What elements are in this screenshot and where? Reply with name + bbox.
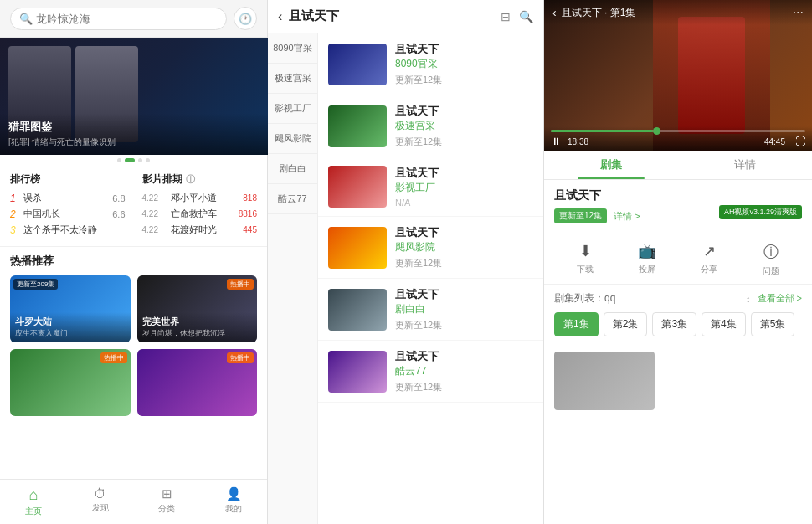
video-back-button[interactable]: ‹ bbox=[552, 6, 557, 19]
episode-btn-2[interactable]: 第2集 bbox=[604, 312, 648, 336]
sidebar-item-jufeng[interactable]: 飓风影院 bbox=[268, 124, 317, 154]
current-time: 18:38 bbox=[568, 137, 751, 146]
source-thumb-1 bbox=[328, 44, 387, 85]
share-icon: ↗ bbox=[703, 242, 716, 260]
source-item-1[interactable]: 且试天下 8090官采 更新至12集 bbox=[318, 33, 543, 95]
episode-thumb bbox=[544, 343, 812, 419]
episode-btn-1[interactable]: 第1集 bbox=[554, 312, 599, 336]
meta-detail[interactable]: 详情 > bbox=[614, 210, 640, 223]
source-item-4[interactable]: 且试天下 飓风影院 更新至12集 bbox=[318, 217, 543, 279]
rank-name-2: 中国机长 bbox=[23, 208, 109, 220]
tab-details[interactable]: 详情 bbox=[678, 151, 812, 179]
rank-item-2[interactable]: 2 中国机长 6.6 bbox=[10, 208, 126, 220]
hot-card-2[interactable]: 热播中 完美世界 岁月尚堪，休想把我沉浮！ bbox=[137, 275, 258, 342]
nav-item-discover[interactable]: ⏱ 发现 bbox=[67, 483, 134, 521]
search-input[interactable] bbox=[36, 13, 218, 25]
dot-4[interactable] bbox=[146, 158, 150, 162]
action-report[interactable]: ⓘ 问题 bbox=[740, 242, 802, 277]
hot-card-3[interactable]: 热播中 bbox=[10, 349, 131, 416]
progress-bar[interactable] bbox=[551, 130, 805, 132]
report-icon: ⓘ bbox=[763, 242, 779, 262]
episode-btn-4[interactable]: 第4集 bbox=[702, 312, 746, 336]
source-item-2[interactable]: 且试天下 极速宫采 更新至12集 bbox=[318, 95, 543, 157]
rank-score-2: 6.6 bbox=[112, 209, 125, 219]
action-download[interactable]: ⬇ 下载 bbox=[554, 242, 616, 277]
sidebar-item-kuyun[interactable]: 酷云77 bbox=[268, 184, 317, 214]
episode-see-all[interactable]: 查看全部 > bbox=[758, 292, 802, 305]
back-button[interactable]: ‹ bbox=[278, 9, 282, 24]
video-controls: ⏸ 18:38 44:45 ⛶ bbox=[544, 126, 812, 151]
action-share[interactable]: ↗ 分享 bbox=[678, 242, 740, 277]
mid-title: 且试天下 bbox=[289, 8, 494, 24]
hot-ep-1: 更新至209集 bbox=[13, 279, 58, 290]
progress-dot bbox=[653, 127, 660, 135]
filter-icon[interactable]: ⊟ bbox=[501, 10, 511, 23]
fullscreen-button[interactable]: ⛶ bbox=[795, 136, 805, 147]
hot-card-1[interactable]: 更新至209集 斗罗大陆 应生不离入魔门 bbox=[10, 275, 131, 342]
hot-card-sub-1: 应生不离入魔门 bbox=[15, 328, 126, 339]
sidebar-item-jisu[interactable]: 极速宫采 bbox=[268, 64, 317, 94]
hero-banner[interactable]: 猎罪图鉴 [犯罪] 情绪与死亡的量像识别 bbox=[0, 38, 268, 155]
source-update-4: 更新至12集 bbox=[395, 257, 533, 270]
sidebar-item-jubai[interactable]: 剧白白 bbox=[268, 154, 317, 184]
nav-item-profile[interactable]: 👤 我的 bbox=[200, 483, 267, 521]
source-name-row-2: 且试天下 bbox=[395, 104, 533, 119]
rank-num-3: 3 bbox=[10, 224, 20, 236]
play-pause-button[interactable]: ⏸ bbox=[551, 136, 561, 147]
rank-num-2: 2 bbox=[10, 208, 20, 220]
video-meta-title: 且试天下 bbox=[554, 188, 802, 203]
sidebar-item-yingshi[interactable]: 影视工厂 bbox=[268, 94, 317, 124]
source-item-5[interactable]: 且试天下 剧白白 更新至12集 bbox=[318, 279, 543, 341]
action-cast[interactable]: 📺 投屏 bbox=[616, 242, 678, 277]
middle-panel: ‹ 且试天下 ⊟ 🔍 8090官采 极速宫采 影视工厂 飓风影院 剧白白 酷云7… bbox=[268, 0, 544, 524]
source-title-2: 且试天下 bbox=[395, 104, 439, 119]
source-name-row-1: 且试天下 bbox=[395, 42, 533, 57]
video-title-bar: 且试天下 · 第1集 bbox=[562, 6, 793, 20]
info-icon[interactable]: ⓘ bbox=[186, 173, 195, 186]
action-label-report: 问题 bbox=[763, 265, 779, 277]
dot-3[interactable] bbox=[138, 158, 142, 162]
video-player[interactable]: ‹ 且试天下 · 第1集 ··· ⏸ 18:38 44:45 ⛶ bbox=[544, 0, 812, 151]
movie-date-2: 4.22 bbox=[142, 209, 167, 218]
thumb-inner-6 bbox=[328, 351, 387, 393]
mid-header: ‹ 且试天下 ⊟ 🔍 bbox=[268, 0, 543, 33]
thumb-inner-4 bbox=[328, 227, 387, 269]
hot-card-4[interactable]: 热播中 bbox=[137, 349, 258, 416]
banner-dots bbox=[0, 155, 267, 166]
rank-item-1[interactable]: 1 误杀 6.8 bbox=[10, 192, 126, 204]
hot-card-info-1: 斗罗大陆 应生不离入魔门 bbox=[10, 312, 131, 342]
source-title-3: 且试天下 bbox=[395, 166, 439, 181]
episode-btn-3[interactable]: 第3集 bbox=[652, 312, 696, 336]
mid-layout: 8090官采 极速宫采 影视工厂 飓风影院 剧白白 酷云77 且试天下 8090… bbox=[268, 33, 543, 524]
dot-2[interactable] bbox=[125, 158, 135, 162]
episode-btn-5[interactable]: 第5集 bbox=[751, 312, 795, 336]
movie-date-1: 4.22 bbox=[142, 193, 167, 203]
history-icon[interactable]: 🕐 bbox=[234, 7, 257, 30]
dot-1[interactable] bbox=[117, 158, 121, 162]
nav-item-home[interactable]: ⌂ 主页 bbox=[0, 483, 67, 521]
video-top-bar: ‹ 且试天下 · 第1集 ··· bbox=[544, 0, 812, 25]
episode-section-label: 剧集列表：qq bbox=[554, 291, 746, 306]
source-info-1: 且试天下 8090官采 更新至12集 bbox=[395, 42, 533, 86]
movie-item-2[interactable]: 4.22 亡命救护车 8816 bbox=[142, 208, 258, 220]
movie-item-3[interactable]: 4.22 花渡好时光 445 bbox=[142, 223, 258, 236]
tab-episodes[interactable]: 剧集 bbox=[544, 151, 678, 179]
movie-count-3: 445 bbox=[232, 225, 257, 234]
source-item-3[interactable]: 且试天下 影视工厂 N/A bbox=[318, 157, 543, 217]
episode-sort-button[interactable]: ↕ bbox=[746, 294, 751, 304]
bottom-nav: ⌂ 主页 ⏱ 发现 ⊞ 分类 👤 我的 bbox=[0, 479, 267, 524]
source-update-1: 更新至12集 bbox=[395, 74, 533, 86]
video-more-button[interactable]: ··· bbox=[793, 5, 804, 20]
rank-item-3[interactable]: 3 这个杀手不太冷静 bbox=[10, 223, 126, 236]
hot-badge-4: 热播中 bbox=[227, 352, 254, 363]
sidebar-item-8090[interactable]: 8090官采 bbox=[268, 33, 317, 64]
movie-item-1[interactable]: 4.22 邓小平小道 818 bbox=[142, 192, 258, 204]
movie-rank-title: 影片排期 ⓘ bbox=[142, 172, 258, 187]
progress-fill bbox=[551, 130, 653, 132]
source-item-6[interactable]: 且试天下 酷云77 更新至12集 bbox=[318, 341, 543, 403]
search-input-wrap[interactable]: 🔍 bbox=[10, 8, 227, 30]
action-label-download: 下载 bbox=[577, 264, 594, 275]
nav-item-category[interactable]: ⊞ 分类 bbox=[134, 483, 201, 521]
search-icon-mid[interactable]: 🔍 bbox=[519, 10, 533, 23]
video-info-panel: 剧集 详情 且试天下 更新至12集 详情 > AH视频v3.1.29清爽版 ⬇ … bbox=[544, 151, 812, 524]
